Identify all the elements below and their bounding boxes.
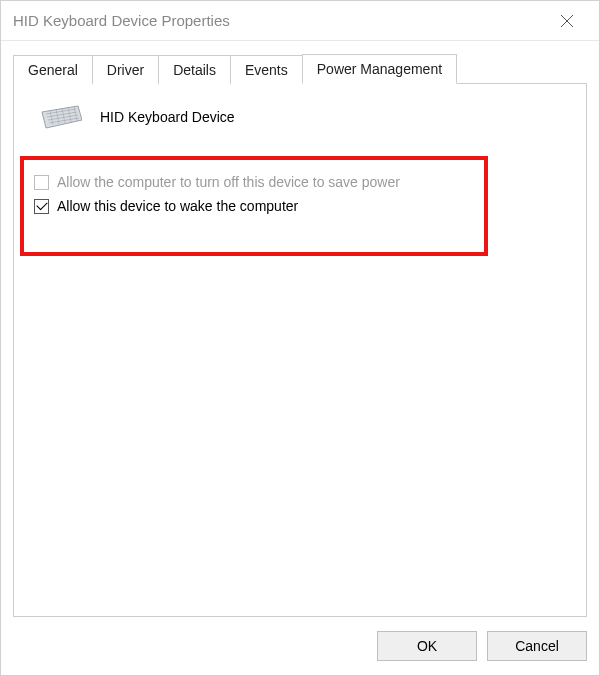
window-title: HID Keyboard Device Properties — [13, 12, 547, 29]
close-button[interactable] — [547, 1, 587, 41]
tab-details[interactable]: Details — [158, 55, 231, 84]
option-allow-wake[interactable]: Allow this device to wake the computer — [34, 198, 474, 214]
label-allow-wake: Allow this device to wake the computer — [57, 198, 298, 214]
option-allow-turn-off: Allow the computer to turn off this devi… — [34, 174, 474, 190]
cancel-button[interactable]: Cancel — [487, 631, 587, 661]
keyboard-icon — [38, 102, 82, 132]
annotation-highlight: Allow the computer to turn off this devi… — [20, 156, 488, 256]
tab-panel-power: HID Keyboard Device Allow the computer t… — [13, 83, 587, 617]
close-icon — [560, 14, 574, 28]
tabstrip: General Driver Details Events Power Mana… — [13, 53, 587, 83]
ok-button[interactable]: OK — [377, 631, 477, 661]
titlebar: HID Keyboard Device Properties — [1, 1, 599, 41]
checkbox-allow-wake[interactable] — [34, 199, 49, 214]
dialog-button-row: OK Cancel — [1, 617, 599, 675]
tab-driver[interactable]: Driver — [92, 55, 159, 84]
dialog-body: General Driver Details Events Power Mana… — [1, 41, 599, 617]
device-header: HID Keyboard Device — [32, 102, 568, 132]
tab-events[interactable]: Events — [230, 55, 303, 84]
device-name: HID Keyboard Device — [100, 109, 235, 125]
label-allow-turn-off: Allow the computer to turn off this devi… — [57, 174, 400, 190]
tab-power-management[interactable]: Power Management — [302, 54, 457, 84]
checkbox-allow-turn-off — [34, 175, 49, 190]
tab-general[interactable]: General — [13, 55, 93, 84]
properties-dialog: HID Keyboard Device Properties General D… — [0, 0, 600, 676]
